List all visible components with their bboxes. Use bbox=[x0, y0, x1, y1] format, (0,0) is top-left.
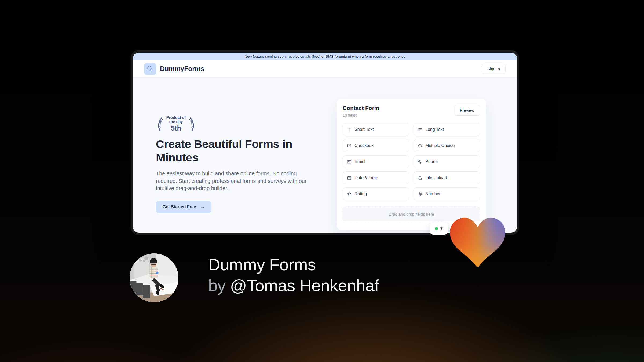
field-chip-date-time[interactable]: Date & Time bbox=[343, 171, 409, 184]
form-title: Contact Form bbox=[343, 105, 379, 111]
status-badge-text: 7 bbox=[440, 226, 443, 231]
author-handle: @Tomas Henkenhaf bbox=[230, 276, 379, 295]
field-grid: Short Text Long Text Checkbox Multiple C… bbox=[343, 123, 480, 200]
field-chip-long-text[interactable]: Long Text bbox=[414, 123, 480, 136]
badge-title: Product of the day bbox=[164, 115, 188, 124]
calendar-icon bbox=[347, 175, 352, 180]
radio-icon bbox=[418, 143, 423, 148]
field-chip-checkbox[interactable]: Checkbox bbox=[343, 139, 409, 152]
form-builder-card: Contact Form 10 fields Preview Short Tex… bbox=[336, 99, 486, 230]
preview-button[interactable]: Preview bbox=[454, 105, 480, 116]
star-icon bbox=[347, 191, 352, 197]
field-chip-short-text[interactable]: Short Text bbox=[343, 123, 409, 136]
green-dot-icon bbox=[435, 227, 438, 230]
field-chip-label: Checkbox bbox=[354, 143, 374, 148]
field-chip-label: Date & Time bbox=[354, 175, 378, 180]
heart-icon bbox=[450, 217, 505, 268]
checkbox-icon bbox=[347, 143, 352, 148]
field-chip-label: Short Text bbox=[354, 127, 374, 132]
app-header: DummyForms Sign In bbox=[133, 60, 517, 78]
upload-icon bbox=[418, 175, 423, 180]
field-chip-label: Email bbox=[354, 159, 365, 164]
hero-copy: Product of the day 5th bbox=[156, 115, 320, 213]
announcement-banner: New feature coming soon: receive emails … bbox=[133, 53, 517, 60]
field-chip-phone[interactable]: Phone bbox=[414, 155, 480, 168]
cta-label: Get Started Free bbox=[163, 205, 196, 209]
laurel-right-icon bbox=[189, 116, 196, 131]
short-text-icon bbox=[347, 127, 352, 132]
hero-section: Product of the day 5th bbox=[133, 78, 517, 230]
field-chip-number[interactable]: Number bbox=[414, 187, 480, 200]
hash-icon bbox=[418, 191, 423, 197]
field-chip-label: Long Text bbox=[425, 127, 444, 132]
field-chip-email[interactable]: Email bbox=[343, 155, 409, 168]
field-chip-label: File Upload bbox=[425, 175, 447, 180]
brand[interactable]: DummyForms bbox=[144, 63, 204, 75]
badge-rank: 5th bbox=[164, 124, 188, 132]
brand-name: DummyForms bbox=[160, 65, 204, 73]
arrow-right-icon: → bbox=[200, 204, 205, 210]
laurel-left-icon bbox=[156, 116, 163, 131]
caption-byline: by @Tomas Henkenhaf bbox=[208, 275, 379, 296]
field-chip-multiple-choice[interactable]: Multiple Choice bbox=[414, 139, 480, 152]
field-chip-file-upload[interactable]: File Upload bbox=[414, 171, 480, 184]
field-chip-label: Number bbox=[425, 191, 441, 196]
browser-window: New feature coming soon: receive emails … bbox=[131, 50, 519, 235]
field-chip-label: Phone bbox=[425, 159, 438, 164]
author-avatar bbox=[130, 253, 178, 302]
long-text-icon bbox=[418, 127, 423, 132]
announcement-text: New feature coming soon: receive emails … bbox=[244, 54, 405, 58]
status-badge: 7 bbox=[430, 222, 448, 235]
get-started-button[interactable]: Get Started Free → bbox=[156, 201, 211, 213]
email-icon bbox=[347, 159, 352, 164]
card-header: Contact Form 10 fields Preview bbox=[343, 105, 480, 117]
product-of-the-day-badge: Product of the day 5th bbox=[156, 115, 196, 132]
field-chip-rating[interactable]: Rating bbox=[343, 187, 409, 200]
hero-description: The easiest way to build and share onlin… bbox=[156, 170, 311, 192]
app-logo-icon bbox=[144, 63, 156, 75]
phone-icon bbox=[418, 159, 423, 164]
caption-product-name: Dummy Forms bbox=[208, 254, 379, 275]
sign-in-button[interactable]: Sign In bbox=[482, 64, 506, 74]
stage: New feature coming soon: receive emails … bbox=[0, 0, 644, 362]
field-chip-label: Multiple Choice bbox=[425, 143, 455, 148]
byline-prefix: by bbox=[208, 276, 225, 295]
caption: Dummy Forms by @Tomas Henkenhaf bbox=[208, 254, 379, 296]
form-field-count: 10 fields bbox=[343, 113, 379, 117]
field-chip-label: Rating bbox=[354, 191, 367, 196]
hero-title: Create Beautiful Forms in Minutes bbox=[156, 137, 317, 164]
